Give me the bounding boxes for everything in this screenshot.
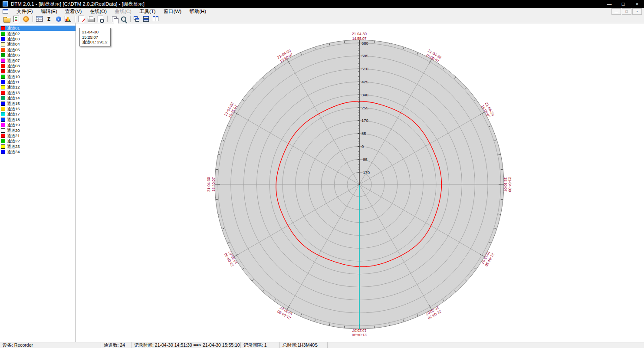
channel-item[interactable]: 通道24 <box>0 149 76 154</box>
data-table-button[interactable] <box>35 15 44 23</box>
tooltip-value: 通道01: 291.2 <box>82 39 108 45</box>
channel-label: 通道21 <box>7 133 20 138</box>
channel-item[interactable]: 通道10 <box>0 74 76 79</box>
channel-item[interactable]: 通道13 <box>0 90 76 95</box>
channel-item[interactable]: 通道08 <box>0 63 76 69</box>
channel-item[interactable]: 通道02 <box>0 31 76 36</box>
window-title: DTM 2.0.1 - [圆盘显示] [C:\DTM 2.0.2\RealDat… <box>11 1 145 7</box>
toolbar-separator <box>75 16 75 22</box>
channel-label: 通道07 <box>7 58 20 63</box>
tile-horizontal-button[interactable] <box>142 15 151 23</box>
app-window: DTM 2.0.1 - [圆盘显示] [C:\DTM 2.0.2\RealDat… <box>0 0 644 348</box>
channel-label: 通道02 <box>7 31 20 36</box>
channel-item[interactable]: 通道11 <box>0 79 76 85</box>
window-controls: — □ × <box>602 0 644 8</box>
channel-item[interactable]: 通道14 <box>0 95 76 101</box>
menu-bar: 文件(F)编辑(E)查看(V)在线(O)曲线(C)工具(T)窗口(W)帮助(H)… <box>0 8 644 15</box>
open-file-button[interactable] <box>2 15 11 23</box>
status-interval: 记录间隔: 1 <box>241 342 280 348</box>
menu-item[interactable]: 工具(T) <box>135 8 160 15</box>
value-tooltip: 21-04-30 15:25:07 通道01: 291.2 <box>79 28 111 46</box>
channel-item[interactable]: 通道06 <box>0 53 76 58</box>
app-icon[interactable] <box>3 1 8 7</box>
menu-item[interactable]: 文件(F) <box>13 8 37 15</box>
sum-button[interactable]: Σ <box>44 15 53 23</box>
print-button[interactable] <box>86 15 95 23</box>
channel-color-icon <box>1 75 5 79</box>
value-axis-label: 595 <box>361 53 368 58</box>
channel-item[interactable]: 通道17 <box>0 112 76 117</box>
polar-chart[interactable]: 680595510425340255170850-85-17021-04-301… <box>76 23 644 342</box>
settings-button[interactable] <box>21 15 30 23</box>
value-axis-label: -170 <box>361 170 370 175</box>
value-axis-label: 680 <box>361 41 368 46</box>
menu-item[interactable]: 编辑(E) <box>37 8 61 15</box>
channel-item[interactable]: 通道18 <box>0 117 76 122</box>
toolbar-separator <box>130 16 131 22</box>
channel-item[interactable]: 通道01 <box>0 26 76 31</box>
channel-item[interactable]: 通道23 <box>0 144 76 149</box>
time-label: 21-04-3015:25:07 <box>352 328 367 338</box>
channel-label: 通道05 <box>7 47 20 53</box>
close-button[interactable]: × <box>630 0 644 8</box>
channel-item[interactable]: 通道09 <box>0 69 76 74</box>
value-axis-label: 170 <box>361 118 368 123</box>
mdi-close-button[interactable]: × <box>632 8 642 15</box>
time-label: 21-04-3015:40:07 <box>207 177 216 192</box>
channel-label: 通道17 <box>7 112 20 117</box>
channel-label: 通道04 <box>7 42 20 47</box>
channel-label: 通道20 <box>7 128 20 133</box>
channel-item[interactable]: 通道05 <box>0 47 76 53</box>
channel-item[interactable]: 通道16 <box>0 106 76 112</box>
channel-color-icon <box>1 64 5 68</box>
channel-item[interactable]: 通道07 <box>0 58 76 63</box>
channel-color-icon <box>1 32 5 36</box>
channel-color-icon <box>1 42 5 46</box>
menu-item[interactable]: 帮助(H) <box>185 8 210 15</box>
channel-item[interactable]: 通道19 <box>0 122 76 128</box>
maximize-button[interactable]: □ <box>616 0 630 8</box>
menu-item[interactable]: 在线(O) <box>85 8 111 15</box>
mdi-window-controls: — □ × <box>611 8 642 15</box>
mdi-minimize-button[interactable]: — <box>611 8 621 15</box>
copy-button[interactable] <box>109 15 118 23</box>
zoom-button[interactable] <box>119 15 128 23</box>
value-axis-label: 255 <box>361 105 368 110</box>
channel-label: 通道14 <box>7 95 20 101</box>
channel-item[interactable]: 通道20 <box>0 128 76 133</box>
channel-item[interactable]: 通道12 <box>0 85 76 90</box>
print-preview-button[interactable] <box>96 15 105 23</box>
statistics-chart-button[interactable] <box>63 15 72 23</box>
tooltip-date: 21-04-30 <box>82 30 108 35</box>
menu-item[interactable]: 查看(V) <box>61 8 85 15</box>
minimize-button[interactable]: — <box>602 0 616 8</box>
value-axis-label: 340 <box>361 92 368 97</box>
menu-item[interactable]: 窗口(W) <box>160 8 186 15</box>
cascade-windows-button[interactable] <box>132 15 141 23</box>
status-filler <box>328 342 644 348</box>
channel-label: 通道24 <box>7 149 20 154</box>
channel-item[interactable]: 通道04 <box>0 42 76 47</box>
channel-item[interactable]: 通道21 <box>0 133 76 138</box>
channel-label: 通道10 <box>7 74 20 79</box>
tile-vertical-button[interactable] <box>151 15 161 23</box>
channel-item[interactable]: 通道15 <box>0 101 76 106</box>
open-file-icon <box>3 18 10 23</box>
channel-item[interactable]: 通道22 <box>0 138 76 144</box>
channel-label: 通道09 <box>7 69 20 74</box>
channel-item[interactable]: 通道03 <box>0 36 76 42</box>
menu-item: 曲线(C) <box>111 8 135 15</box>
info-button[interactable]: i <box>54 15 63 23</box>
status-total-time: 总时间:1H3M40S <box>280 342 328 348</box>
mdi-child-icon[interactable] <box>3 9 8 14</box>
tile-vertical-icon <box>153 16 160 23</box>
channel-color-icon <box>1 112 5 116</box>
status-bar: 设备: Recorder 通道数: 24 记录时间: 21-04-30 14:5… <box>0 342 644 348</box>
mdi-restore-button[interactable]: □ <box>622 8 631 15</box>
channel-color-icon <box>1 102 5 106</box>
toolbar-separator <box>33 16 33 22</box>
channel-color-icon <box>1 128 5 133</box>
export-data-button[interactable] <box>12 15 21 23</box>
channel-color-icon <box>1 26 5 30</box>
edit-page-button[interactable] <box>77 15 86 23</box>
